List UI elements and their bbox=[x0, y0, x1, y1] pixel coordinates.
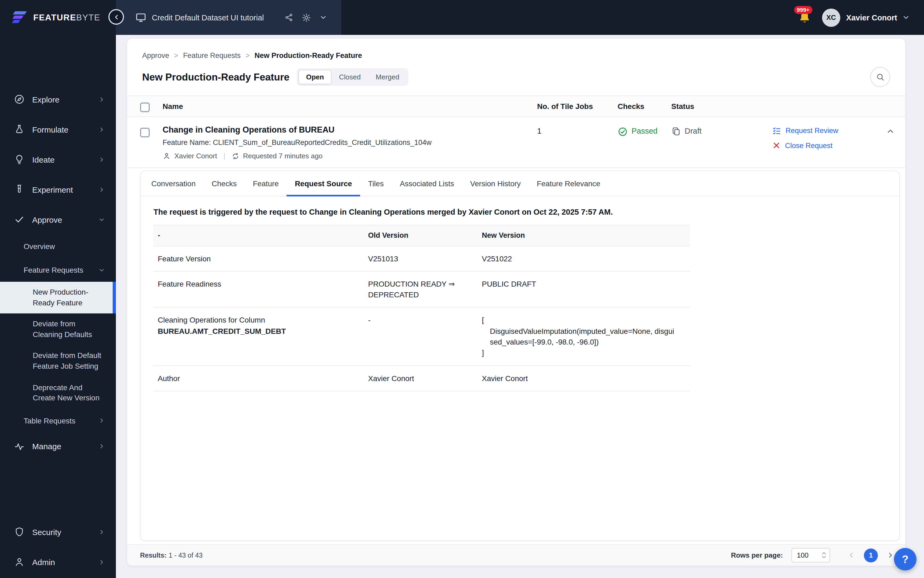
sidebar-item-ideate[interactable]: Ideate bbox=[0, 144, 116, 174]
sidebar-item-label: Deviate from Cleaning Defaults bbox=[33, 319, 92, 338]
settings-gear-icon[interactable] bbox=[301, 13, 311, 22]
tab-tiles[interactable]: Tiles bbox=[360, 171, 392, 196]
comparison-header-row: - Old Version New Version bbox=[154, 225, 690, 246]
results-summary: Results:1 - 43 of 43 bbox=[140, 552, 203, 559]
status-filter-group: Open Closed Merged bbox=[297, 68, 409, 86]
user-menu-chevron-down-icon[interactable] bbox=[902, 13, 910, 21]
sidebar-item-overview[interactable]: Overview bbox=[0, 235, 116, 258]
rows-per-page-select[interactable]: 100 bbox=[791, 548, 830, 562]
sidebar-item-manage[interactable]: Manage bbox=[0, 433, 116, 461]
brand-part1: FEATURE bbox=[33, 13, 76, 22]
tab-feature-relevance[interactable]: Feature Relevance bbox=[529, 171, 608, 196]
sidebar-item-experiment[interactable]: Experiment bbox=[0, 174, 116, 205]
results-label: Results: bbox=[140, 552, 167, 559]
topbar: FEATUREBYTE Credit Default Dataset UI tu… bbox=[0, 0, 924, 35]
sidebar-item-label: Feature Requests bbox=[24, 266, 83, 274]
breadcrumb-approve[interactable]: Approve bbox=[142, 52, 169, 60]
collapse-row-button[interactable] bbox=[886, 127, 895, 136]
sidebar-item-security[interactable]: Security bbox=[0, 517, 116, 547]
sidebar-item-formulate[interactable]: Formulate bbox=[0, 114, 116, 144]
sidebar-item-label: Formulate bbox=[32, 125, 68, 134]
sidebar-item-label: Approve bbox=[32, 215, 62, 224]
sidebar-item-table-requests[interactable]: Table Requests bbox=[0, 409, 116, 433]
tile-jobs-count: 1 bbox=[537, 117, 618, 167]
bracket-open: [ bbox=[482, 315, 686, 326]
sidebar-item-deprecate-and-create-new-version[interactable]: Deprecate And Create New Version bbox=[0, 377, 116, 409]
comparison-row-label: Cleaning Operations for Column bbox=[158, 315, 360, 326]
workspace-chevron-down-icon[interactable] bbox=[319, 13, 327, 21]
checks-cell: Passed bbox=[618, 117, 671, 167]
featurebyte-logo: FEATUREBYTE bbox=[0, 10, 116, 25]
sidebar-item-feature-requests[interactable]: Feature Requests bbox=[0, 258, 116, 282]
row-checkbox[interactable] bbox=[140, 128, 150, 137]
filter-open[interactable]: Open bbox=[298, 70, 331, 84]
page-1-button[interactable]: 1 bbox=[864, 548, 878, 562]
new-version-value: V251022 bbox=[478, 246, 690, 271]
chevron-down-icon bbox=[98, 266, 105, 273]
column-header-tile-jobs: No. of Tile Jobs bbox=[537, 102, 618, 110]
share-icon[interactable] bbox=[284, 13, 293, 22]
chevron-right-icon bbox=[98, 417, 105, 424]
request-detail-panel: Conversation Checks Feature Request Sour… bbox=[140, 170, 900, 541]
comparison-row-column-name: BUREAU.AMT_CREDIT_SUM_DEBT bbox=[158, 326, 360, 337]
activity-pulse-icon bbox=[14, 441, 25, 452]
sidebar-item-explore[interactable]: Explore bbox=[0, 84, 116, 114]
search-button[interactable] bbox=[871, 67, 890, 87]
comparison-row-label-cell: Cleaning Operations for Column BUREAU.AM… bbox=[154, 308, 364, 365]
request-title[interactable]: Change in Cleaning Operations of BUREAU bbox=[162, 125, 532, 135]
page-header: Approve > Feature Requests > New Product… bbox=[127, 39, 905, 87]
column-header-checks: Checks bbox=[618, 102, 671, 110]
status-cell: Draft bbox=[671, 117, 772, 167]
draft-document-icon bbox=[671, 127, 681, 136]
chevron-right-icon bbox=[887, 551, 895, 559]
comparison-row-feature-readiness: Feature Readiness PRODUCTION READY ⇒ DEP… bbox=[154, 271, 690, 308]
main-content: Approve > Feature Requests > New Product… bbox=[116, 35, 924, 578]
sidebar-item-label: New Production-Ready Feature bbox=[33, 287, 88, 307]
workspace-bar: Credit Default Dataset UI tutorial bbox=[116, 0, 341, 35]
chevron-up-icon bbox=[886, 127, 895, 136]
comparison-header-dash: - bbox=[154, 226, 364, 245]
sidebar-item-approve[interactable]: Approve bbox=[0, 205, 116, 235]
close-request-button[interactable]: Close Request bbox=[772, 141, 886, 150]
close-x-icon bbox=[772, 141, 781, 150]
sidebar-item-admin[interactable]: Admin bbox=[0, 547, 116, 577]
workspace-title: Credit Default Dataset UI tutorial bbox=[152, 13, 264, 22]
chevron-right-icon bbox=[98, 126, 105, 133]
notifications-button[interactable]: 999+ bbox=[798, 11, 811, 24]
rows-per-page-label: Rows per page: bbox=[731, 551, 783, 559]
request-review-button[interactable]: Request Review bbox=[772, 126, 886, 135]
filter-closed[interactable]: Closed bbox=[331, 70, 368, 84]
checks-status: Passed bbox=[632, 127, 658, 135]
new-version-value: PUBLIC DRAFT bbox=[478, 271, 690, 307]
tab-checks[interactable]: Checks bbox=[204, 171, 245, 196]
select-all-checkbox[interactable] bbox=[140, 102, 150, 112]
request-meta: Xavier Conort | Requested 7 minutes ago bbox=[162, 152, 532, 160]
tab-version-history[interactable]: Version History bbox=[462, 171, 529, 196]
pagination: Rows per page: 100 1 bbox=[731, 548, 896, 562]
old-version-value: PRODUCTION READY ⇒ DEPRECATED bbox=[364, 271, 478, 307]
rows-per-page-value: 100 bbox=[797, 551, 808, 559]
chevron-right-icon bbox=[98, 559, 105, 565]
sidebar-item-new-production-ready-feature[interactable]: New Production-Ready Feature bbox=[0, 282, 116, 313]
sidebar-item-deviate-from-default-feature-job-setting[interactable]: Deviate from Default Feature Job Setting bbox=[0, 345, 116, 377]
stage: FEATUREBYTE Credit Default Dataset UI tu… bbox=[0, 0, 924, 578]
tab-conversation[interactable]: Conversation bbox=[143, 171, 204, 196]
sidebar-item-label: Admin bbox=[32, 557, 55, 567]
help-button[interactable]: ? bbox=[894, 548, 916, 570]
lightbulb-icon bbox=[14, 154, 25, 165]
comparison-header-new: New Version bbox=[478, 226, 690, 245]
chevron-left-icon bbox=[112, 13, 120, 21]
sidebar-item-deviate-from-cleaning-defaults[interactable]: Deviate from Cleaning Defaults bbox=[0, 313, 116, 345]
breadcrumb-feature-requests[interactable]: Feature Requests bbox=[183, 52, 241, 60]
comparison-row-label: Feature Version bbox=[154, 246, 364, 271]
chevron-left-icon bbox=[847, 551, 855, 559]
tab-associated-lists[interactable]: Associated Lists bbox=[392, 171, 462, 196]
prev-page-button[interactable] bbox=[845, 549, 858, 561]
avatar[interactable]: XC bbox=[822, 8, 840, 26]
tab-feature[interactable]: Feature bbox=[245, 171, 287, 196]
sidebar-collapse-button[interactable] bbox=[109, 9, 124, 25]
sidebar-bottom-group: Security Admin bbox=[0, 517, 116, 578]
filter-merged[interactable]: Merged bbox=[368, 70, 407, 84]
tab-request-source[interactable]: Request Source bbox=[287, 171, 360, 196]
chevron-right-icon bbox=[98, 528, 105, 535]
